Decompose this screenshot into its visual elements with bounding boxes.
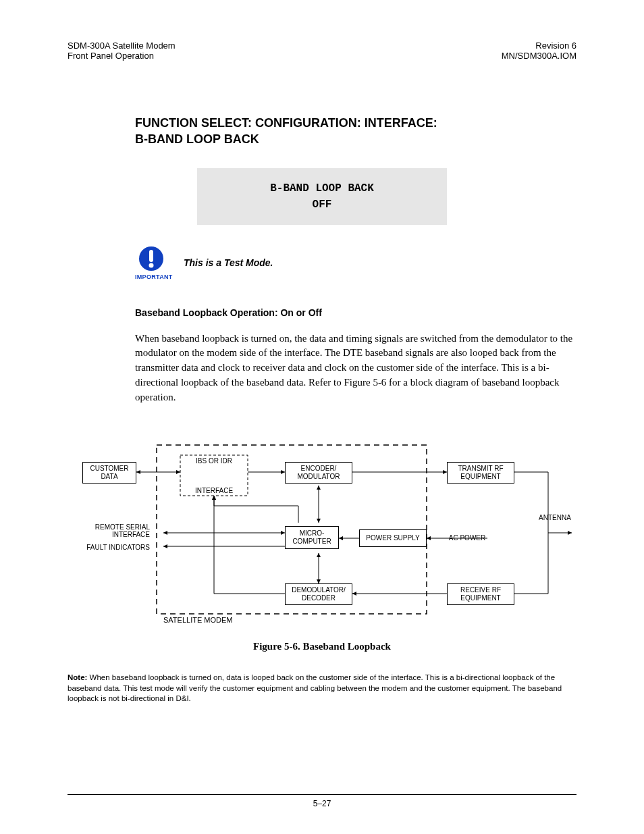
box-receive-rf: RECEIVE RFEQUIPMENT bbox=[447, 583, 514, 605]
note-body: When baseband loopback is turned on, dat… bbox=[68, 673, 562, 702]
label-ibs-or-idr: IBS OR IDR bbox=[187, 457, 241, 465]
header-doc-id: MN/SDM300A.IOM bbox=[502, 51, 576, 61]
lcd-line2: OFF bbox=[204, 197, 440, 213]
box-power-supply: POWER SUPPLY bbox=[359, 529, 427, 547]
important-icon: IMPORTANT bbox=[135, 245, 167, 280]
box-demodulator-decoder: DEMODULATOR/DECODER bbox=[285, 583, 352, 605]
section-title-line1: FUNCTION SELECT: CONFIGURATION: INTERFAC… bbox=[135, 116, 437, 130]
header-left: SDM-300A Satellite Modem Front Panel Ope… bbox=[68, 41, 176, 61]
note-paragraph: Note: When baseband loopback is turned o… bbox=[68, 673, 576, 704]
label-satellite-modem: SATELLITE MODEM bbox=[163, 616, 265, 624]
block-diagram: CUSTOMERDATA IBS OR IDR INTERFACE ENCODE… bbox=[69, 432, 575, 627]
header-revision: Revision 6 bbox=[502, 41, 576, 51]
box-microcomputer: MICRO-COMPUTER bbox=[285, 526, 339, 549]
svg-rect-1 bbox=[149, 250, 153, 262]
section-title: FUNCTION SELECT: CONFIGURATION: INTERFAC… bbox=[135, 115, 576, 148]
box-transmit-rf: TRANSMIT RFEQUIPMENT bbox=[447, 462, 514, 484]
footer-rule bbox=[68, 794, 576, 795]
header-section: Front Panel Operation bbox=[68, 51, 176, 61]
test-mode-text: This is a Test Mode. bbox=[184, 257, 273, 268]
label-antenna: ANTENNA bbox=[535, 514, 575, 521]
section-title-line2: B-BAND LOOP BACK bbox=[135, 132, 259, 146]
important-label: IMPORTANT bbox=[135, 273, 167, 280]
sub-heading: Baseband Loopback Operation: On or Off bbox=[135, 307, 576, 318]
label-remote-serial: REMOTE SERIALINTERFACE bbox=[69, 523, 150, 538]
lcd-line1: B-BAND LOOP BACK bbox=[204, 180, 440, 197]
lcd-display: B-BAND LOOP BACK OFF bbox=[197, 168, 447, 225]
body-paragraph: When baseband loopback is turned on, the… bbox=[135, 332, 576, 405]
page-header: SDM-300A Satellite Modem Front Panel Ope… bbox=[68, 41, 576, 61]
label-ac-power: AC POWER bbox=[444, 534, 491, 542]
page-number: 5–27 bbox=[0, 799, 644, 808]
label-interface: INTERFACE bbox=[187, 487, 241, 494]
page: SDM-300A Satellite Modem Front Panel Ope… bbox=[0, 0, 644, 834]
header-right: Revision 6 MN/SDM300A.IOM bbox=[502, 41, 576, 61]
important-callout: IMPORTANT This is a Test Mode. bbox=[135, 245, 576, 280]
figure-caption: Figure 5-6. Baseband Loopback bbox=[68, 641, 576, 652]
label-fault-indicators: FAULT INDICATORS bbox=[69, 544, 150, 551]
box-encoder-modulator: ENCODER/MODULATOR bbox=[285, 462, 352, 484]
header-product: SDM-300A Satellite Modem bbox=[68, 41, 176, 51]
note-label: Note: bbox=[68, 673, 87, 681]
svg-point-2 bbox=[149, 263, 154, 267]
box-customer-data: CUSTOMERDATA bbox=[82, 462, 136, 484]
